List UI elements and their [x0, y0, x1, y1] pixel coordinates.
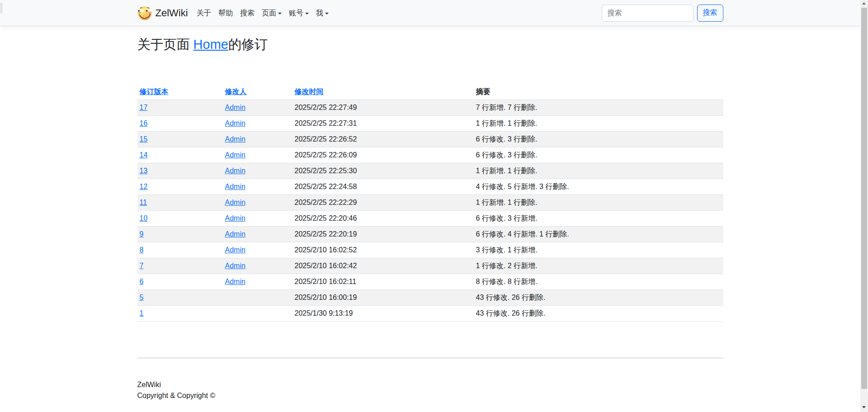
author-link[interactable]: Admin — [225, 278, 245, 285]
author-link[interactable]: Admin — [225, 104, 245, 111]
author-link[interactable]: Admin — [225, 214, 245, 222]
nav-item-2[interactable]: 搜索 — [236, 5, 258, 21]
column-sort-link-1[interactable]: 修改人 — [225, 88, 247, 95]
author-cell: Admin — [223, 179, 292, 195]
revision-link[interactable]: 11 — [140, 199, 147, 206]
revision-row: 8Admin2025/2/10 16:02:523 行修改. 1 行新增. — [137, 242, 723, 258]
dropdown-caret-icon — [325, 13, 329, 14]
summary-cell: 7 行新增. 7 行删除. — [474, 100, 723, 116]
time-cell: 2025/2/25 22:26:09 — [292, 147, 474, 163]
revision-cell: 1 — [137, 306, 223, 322]
revision-row: 13Admin2025/2/25 22:25:301 行新增. 1 行删除. — [137, 163, 723, 179]
revision-table: 修订版本修改人修改时间摘要 17Admin2025/2/25 22:27:497… — [137, 84, 723, 322]
summary-cell: 6 行修改. 3 行删除. — [474, 147, 723, 163]
revision-link[interactable]: 6 — [140, 278, 144, 285]
revision-row: 11Admin2025/2/25 22:22:291 行新增. 1 行删除. — [137, 195, 723, 211]
author-link[interactable]: Admin — [225, 151, 245, 159]
dropdown-caret-icon — [278, 13, 282, 14]
summary-cell: 6 行修改. 4 行新增. 1 行删除. — [474, 227, 723, 242]
revision-row: 9Admin2025/2/25 22:20:196 行修改. 4 行新增. 1 … — [137, 227, 723, 242]
summary-cell: 3 行修改. 1 行新增. — [474, 242, 723, 258]
time-cell: 2025/1/30 9:13:19 — [292, 306, 474, 322]
revision-cell: 8 — [137, 242, 223, 258]
revision-cell: 5 — [137, 290, 223, 306]
author-link[interactable]: Admin — [225, 246, 245, 254]
brand-link[interactable]: ZelWiki — [137, 6, 188, 20]
revision-link[interactable]: 12 — [140, 183, 148, 190]
revision-link[interactable]: 15 — [140, 135, 148, 143]
footer-divider — [137, 358, 723, 358]
author-link[interactable]: Admin — [225, 230, 245, 238]
author-cell: Admin — [223, 100, 292, 116]
column-header-2: 修改时间 — [292, 84, 474, 100]
time-cell: 2025/2/25 22:25:30 — [292, 163, 474, 179]
time-cell: 2025/2/10 16:02:11 — [292, 274, 474, 290]
revision-link[interactable]: 17 — [140, 104, 148, 111]
revision-link[interactable]: 16 — [140, 119, 148, 127]
revision-link[interactable]: 7 — [140, 262, 144, 270]
revision-row: 14Admin2025/2/25 22:26:096 行修改. 3 行删除. — [137, 147, 723, 163]
nav-item-3[interactable]: 页面 — [258, 5, 285, 21]
revision-cell: 15 — [137, 132, 223, 147]
summary-cell: 1 行新增. 1 行删除. — [474, 163, 723, 179]
revision-cell: 13 — [137, 163, 223, 179]
nav-item-1[interactable]: 帮助 — [215, 5, 236, 21]
revision-link[interactable]: 8 — [140, 246, 144, 254]
revision-link[interactable]: 5 — [140, 294, 144, 301]
author-cell: Admin — [223, 258, 292, 274]
revision-cell: 9 — [137, 227, 223, 242]
nav-item-0[interactable]: 关于 — [193, 5, 215, 21]
author-cell: Admin — [223, 242, 292, 258]
author-link[interactable]: Admin — [225, 167, 245, 175]
smiley-logo-icon — [137, 6, 152, 20]
time-cell: 2025/2/10 16:02:52 — [292, 242, 474, 258]
summary-cell: 8 行修改. 8 行新增. — [474, 274, 723, 290]
dropdown-caret-icon — [305, 13, 309, 14]
revision-link[interactable]: 10 — [140, 214, 148, 222]
revision-link[interactable]: 1 — [140, 309, 144, 317]
summary-cell: 1 行新增. 1 行删除. — [474, 116, 723, 132]
time-cell: 2025/2/25 22:24:58 — [292, 179, 474, 195]
time-cell: 2025/2/25 22:27:31 — [292, 116, 474, 132]
revision-cell: 17 — [137, 100, 223, 116]
time-cell: 2025/2/25 22:20:19 — [292, 227, 474, 242]
edge-peek-tab — [0, 3, 3, 14]
revision-cell: 11 — [137, 195, 223, 211]
summary-cell: 1 行修改. 2 行新增. — [474, 258, 723, 274]
search-input[interactable] — [602, 5, 693, 22]
summary-cell: 1 行新增. 1 行删除. — [474, 195, 723, 211]
revision-row: 6Admin2025/2/10 16:02:118 行修改. 8 行新增. — [137, 274, 723, 290]
summary-cell: 43 行修改. 26 行删除. — [474, 306, 723, 322]
footer-copyright: Copyright & Copyright © — [137, 390, 723, 401]
time-cell: 2025/2/25 22:20:46 — [292, 211, 474, 227]
page-home-link[interactable]: Home — [193, 37, 228, 52]
navbar-menu: 关于帮助搜索页面账号我 — [193, 5, 332, 21]
column-header-3: 摘要 — [474, 84, 723, 100]
nav-item-4[interactable]: 账号 — [285, 5, 312, 21]
author-link[interactable]: Admin — [225, 119, 245, 127]
time-cell: 2025/2/25 22:27:49 — [292, 100, 474, 116]
revision-cell: 10 — [137, 211, 223, 227]
author-cell: Admin — [223, 195, 292, 211]
revision-link[interactable]: 9 — [140, 230, 144, 238]
author-link[interactable]: Admin — [225, 135, 245, 143]
revision-link[interactable]: 14 — [140, 151, 148, 159]
column-header-1: 修改人 — [223, 84, 292, 100]
author-link[interactable]: Admin — [225, 183, 245, 190]
page-title-prefix: 关于页面 — [137, 37, 193, 52]
search-button[interactable]: 搜索 — [697, 5, 723, 22]
revision-table-header-row: 修订版本修改人修改时间摘要 — [137, 84, 723, 100]
page-title: 关于页面 Home的修订 — [137, 37, 723, 52]
revision-link[interactable]: 13 — [140, 167, 148, 175]
nav-item-5[interactable]: 我 — [312, 5, 332, 21]
author-link[interactable]: Admin — [225, 262, 245, 270]
summary-cell: 6 行修改. 3 行新增. — [474, 211, 723, 227]
revision-row: 17Admin2025/2/25 22:27:497 行新增. 7 行删除. — [137, 100, 723, 116]
revision-row: 12025/1/30 9:13:1943 行修改. 26 行删除. — [137, 306, 723, 322]
revision-row: 7Admin2025/2/10 16:02:421 行修改. 2 行新增. — [137, 258, 723, 274]
column-sort-link-2[interactable]: 修改时间 — [295, 88, 324, 95]
revision-row: 15Admin2025/2/25 22:26:526 行修改. 3 行删除. — [137, 132, 723, 147]
revision-cell: 16 — [137, 116, 223, 132]
author-link[interactable]: Admin — [225, 199, 245, 206]
column-sort-link-0[interactable]: 修订版本 — [140, 88, 169, 95]
